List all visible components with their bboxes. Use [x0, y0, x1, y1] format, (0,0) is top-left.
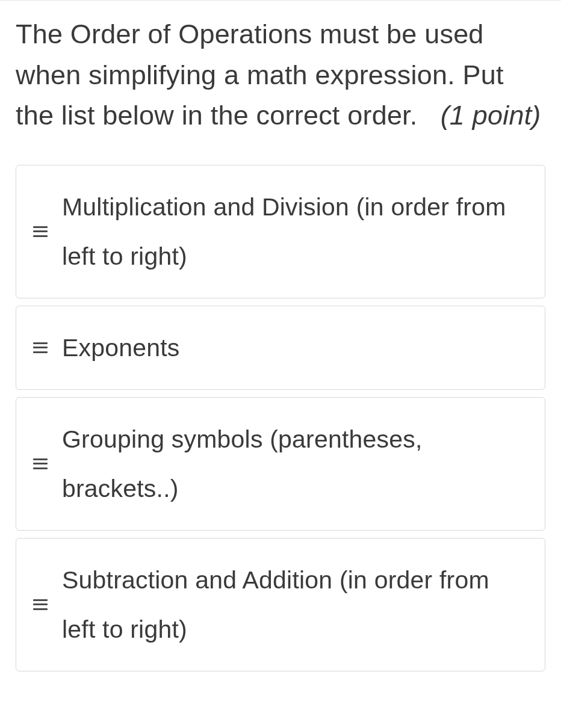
list-item-label: Subtraction and Addition (in order from … — [62, 555, 528, 654]
question-points: (1 point) — [441, 100, 541, 131]
drag-handle-icon[interactable] — [33, 342, 48, 353]
question-prompt: The Order of Operations must be used whe… — [16, 14, 545, 136]
list-item[interactable]: Multiplication and Division (in order fr… — [16, 165, 545, 298]
question-page: The Order of Operations must be used whe… — [0, 0, 561, 671]
list-item[interactable]: Subtraction and Addition (in order from … — [16, 538, 545, 671]
sortable-list: Multiplication and Division (in order fr… — [16, 165, 545, 671]
drag-handle-icon[interactable] — [33, 599, 48, 610]
drag-handle-icon[interactable] — [33, 458, 48, 469]
list-item[interactable]: Exponents — [16, 306, 545, 390]
drag-handle-icon[interactable] — [33, 226, 48, 237]
list-item-label: Multiplication and Division (in order fr… — [62, 182, 528, 281]
list-item-label: Grouping symbols (parentheses, brackets.… — [62, 415, 528, 513]
list-item[interactable]: Grouping symbols (parentheses, brackets.… — [16, 397, 545, 531]
list-item-label: Exponents — [62, 323, 180, 372]
